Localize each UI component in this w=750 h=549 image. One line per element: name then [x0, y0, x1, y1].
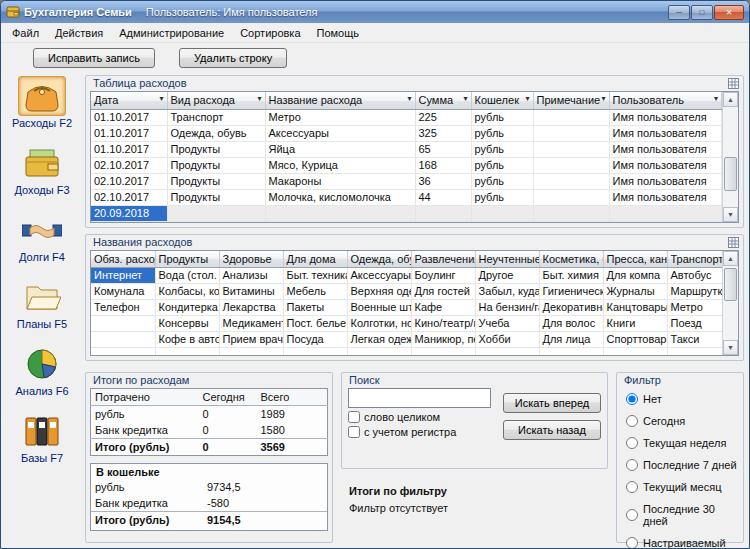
search-checkbox-1[interactable]: с учетом регистра [348, 426, 491, 438]
table-row[interactable]: 01.10.2017Одежда, обувьАксессуары325рубл… [91, 125, 722, 141]
table-row[interactable] [91, 348, 722, 355]
table-cell[interactable]: рубль [91, 405, 199, 422]
column-header[interactable]: Примечание [533, 92, 609, 109]
table-cell[interactable]: Военные штуки [347, 300, 411, 316]
table-cell[interactable]: Аксессуары [347, 268, 411, 284]
table-cell[interactable]: Медикаменты [219, 316, 283, 332]
checkbox-input[interactable] [348, 411, 360, 423]
table-cell[interactable] [91, 348, 155, 355]
table-cell[interactable]: Кино/театр/кон [411, 316, 475, 332]
table-cell[interactable] [415, 205, 471, 221]
table-cell[interactable]: Имя пользователя [609, 109, 722, 125]
table-cell[interactable]: 0 [199, 438, 257, 455]
table-cell[interactable]: Телефон [91, 300, 155, 316]
table-cell[interactable]: Кофе в автомат [155, 332, 219, 348]
table-cell[interactable]: Вода (стол. и [155, 268, 219, 284]
table-cell[interactable]: Спорттовары [603, 332, 667, 348]
menu-administration[interactable]: Администрирование [111, 25, 232, 41]
table-cell[interactable]: Аксессуары [265, 125, 415, 141]
table-cell[interactable]: 44 [415, 189, 471, 205]
table-cell[interactable]: 325 [415, 125, 471, 141]
table-settings-icon[interactable] [728, 78, 739, 89]
table-cell[interactable]: Для волос [539, 316, 603, 332]
table-cell[interactable]: Кафе [411, 300, 475, 316]
table-cell[interactable]: Забыл, куда пот [475, 284, 539, 300]
table-cell[interactable] [603, 348, 667, 355]
table-cell[interactable]: Консервы [155, 316, 219, 332]
filter-option-3[interactable]: Последние 7 дней [626, 459, 737, 471]
table-cell[interactable] [539, 348, 603, 355]
table-cell[interactable]: Анализы [219, 268, 283, 284]
table-cell[interactable] [475, 348, 539, 355]
table-cell[interactable]: Быт. техника [283, 268, 347, 284]
table-cell[interactable]: Молочка, кисломолочка [265, 189, 415, 205]
table-row[interactable]: ИнтернетВода (стол. иАнализыБыт. техника… [91, 268, 722, 284]
table-cell[interactable]: Верхняя одежда [347, 284, 411, 300]
table-cell[interactable]: Имя пользователя [609, 141, 722, 157]
table-cell[interactable]: Имя пользователя [609, 189, 722, 205]
search-forward-button[interactable]: Искать вперед [503, 393, 601, 413]
radio-input[interactable] [626, 415, 638, 427]
scroll-thumb[interactable] [724, 268, 737, 301]
column-header[interactable]: Название расхода [265, 92, 415, 109]
table-cell[interactable] [411, 348, 475, 355]
close-button[interactable]: ✕ [714, 5, 744, 20]
table-cell[interactable]: Продукты [167, 173, 265, 189]
table-cell[interactable]: Другое [475, 268, 539, 284]
table-cell[interactable]: рубль [471, 141, 533, 157]
table-cell[interactable]: Хобби [475, 332, 539, 348]
table-cell[interactable]: Имя пользователя [609, 125, 722, 141]
table-row[interactable]: 02.10.2017ПродуктыМакароны36рубльИмя пол… [91, 173, 722, 189]
table-cell[interactable] [533, 173, 609, 189]
table-cell[interactable] [533, 157, 609, 173]
sidebar-item-databases[interactable]: Базы F7 [7, 411, 77, 464]
column-header[interactable]: Косметика, бы [539, 251, 603, 268]
new-entry-row[interactable]: 20.09.2018 [91, 205, 722, 221]
table-cell[interactable] [347, 348, 411, 355]
menu-help[interactable]: Помощь [309, 25, 368, 41]
sidebar-item-plans[interactable]: Планы F5 [7, 277, 77, 330]
table-cell[interactable]: Имя пользователя [609, 157, 722, 173]
table-cell[interactable]: 3569 [257, 438, 328, 455]
table-cell[interactable] [91, 316, 155, 332]
table-row[interactable]: рубль01989 [91, 405, 328, 422]
delete-row-button[interactable]: Удалить строку [179, 48, 287, 68]
scroll-down-icon[interactable]: ▼ [723, 207, 738, 222]
table-cell[interactable]: Боулинг [411, 268, 475, 284]
table-cell[interactable]: Продукты [167, 157, 265, 173]
table-cell[interactable] [219, 348, 283, 355]
table-cell[interactable]: Такси [667, 332, 722, 348]
column-header[interactable]: Пользователь [609, 92, 722, 109]
menu-sorting[interactable]: Сортировка [232, 25, 308, 41]
table-cell[interactable]: Колготки, носки [347, 316, 411, 332]
table-row[interactable]: КонсервыМедикаментыПост. бельеКолготки, … [91, 316, 722, 332]
scroll-track[interactable] [723, 266, 738, 340]
column-header[interactable]: Развлечения, к [411, 251, 475, 268]
table-row[interactable]: Банк кредитка01580 [91, 422, 328, 439]
column-header[interactable]: Потрачено [91, 388, 199, 405]
table-cell[interactable]: рубль [471, 173, 533, 189]
radio-input[interactable] [626, 509, 638, 521]
table-cell[interactable]: 02.10.2017 [91, 157, 167, 173]
table-cell[interactable]: Посуда [283, 332, 347, 348]
table-cell[interactable]: Журналы [603, 284, 667, 300]
sidebar-item-expenses[interactable]: Расходы F2 [7, 76, 77, 129]
table-cell[interactable]: рубль [91, 479, 203, 495]
table-cell[interactable]: рубль [471, 109, 533, 125]
column-header[interactable]: Продукты [155, 251, 219, 268]
table-cell[interactable]: Маршрутка [667, 284, 722, 300]
filter-option-2[interactable]: Текущая неделя [626, 437, 737, 449]
column-header[interactable]: Здоровье [219, 251, 283, 268]
filter-option-6[interactable]: Настраиваемый [626, 537, 737, 549]
table-cell[interactable]: Одежда, обувь [167, 125, 265, 141]
table-cell[interactable]: 36 [415, 173, 471, 189]
table-cell[interactable]: Для лица [539, 332, 603, 348]
table-cell[interactable]: Банк кредитка [91, 422, 199, 439]
radio-input[interactable] [626, 437, 638, 449]
table-cell[interactable]: Для компа [603, 268, 667, 284]
column-header[interactable]: Одежда, обувь [347, 251, 411, 268]
table-cell[interactable]: Автобус [667, 268, 722, 284]
column-header[interactable]: Сегодня [199, 388, 257, 405]
column-header[interactable]: Сумма [415, 92, 471, 109]
table-cell[interactable]: 1580 [257, 422, 328, 439]
